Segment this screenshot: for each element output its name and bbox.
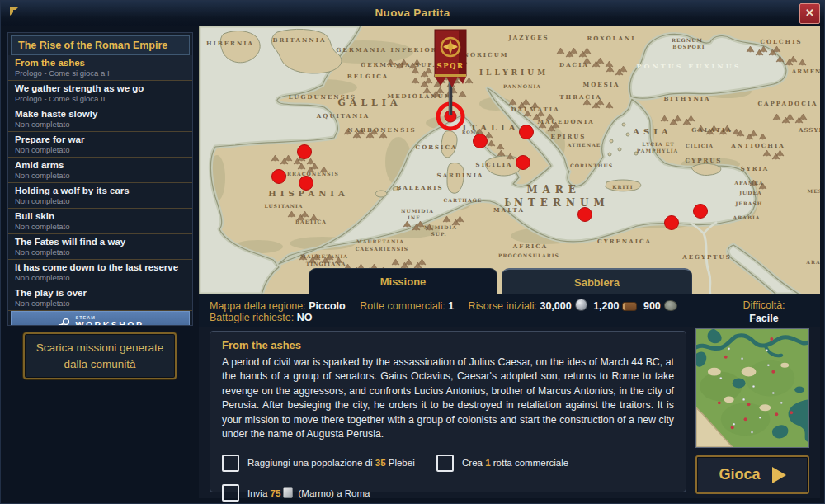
svg-text:BOSPORI: BOSPORI xyxy=(672,44,705,49)
objective-checkbox[interactable] xyxy=(222,455,239,472)
world-map[interactable]: HIBERNIABRITANNIAGERMANIA INFERIORGERMAN… xyxy=(199,26,820,294)
svg-text:AEGYPTUS: AEGYPTUS xyxy=(681,253,731,261)
svg-text:CYRENAICA: CYRENAICA xyxy=(597,238,652,245)
play-button[interactable]: Gioca xyxy=(695,455,809,494)
coin-icon xyxy=(575,299,587,311)
svg-text:ROMA: ROMA xyxy=(462,130,480,134)
sidebar-item-mission-8[interactable]: It has come down to the last reserve Non… xyxy=(8,260,192,285)
steam-icon xyxy=(57,318,71,327)
close-icon[interactable]: ✕ xyxy=(799,3,820,24)
mission-marker[interactable] xyxy=(578,208,592,222)
mission-title: From the ashes xyxy=(15,57,186,68)
svg-text:BITHYNIA: BITHYNIA xyxy=(663,95,710,102)
mission-detail-area: From the ashes A period of civil war is … xyxy=(199,327,820,498)
objective-send-marble: Invia 75 (Marmo) a Roma xyxy=(222,484,436,502)
svg-text:GALATIA: GALATIA xyxy=(691,126,732,134)
svg-text:LUSITANIA: LUSITANIA xyxy=(264,203,303,209)
svg-text:MEDIOLANUM: MEDIOLANUM xyxy=(387,92,452,100)
marble-icon xyxy=(283,487,293,498)
svg-text:INF.: INF. xyxy=(408,214,422,220)
objective-checkbox[interactable] xyxy=(436,455,454,472)
svg-text:DALMATIA: DALMATIA xyxy=(511,106,559,113)
sidebar-item-mission-9[interactable]: The play is over Non completato xyxy=(8,285,192,311)
sidebar-item-mission-0[interactable]: From the ashes Prologo - Come si gioca a… xyxy=(8,55,192,81)
mission-info-bar: Mappa della regione: Piccolo Rotte comme… xyxy=(199,294,820,327)
sidebar-item-mission-5[interactable]: Holding a wolf by its ears Non completat… xyxy=(8,183,192,209)
mission-marker[interactable] xyxy=(474,134,488,148)
svg-text:NUMIDIA: NUMIDIA xyxy=(401,208,434,214)
svg-text:MOESIA: MOESIA xyxy=(583,81,620,88)
sidebar-item-mission-1[interactable]: We gather strength as we go Prologo - Co… xyxy=(8,81,192,106)
objective-checkbox[interactable] xyxy=(222,484,239,502)
svg-text:BRITANNIA: BRITANNIA xyxy=(273,36,327,44)
svg-text:COLCHIS: COLCHIS xyxy=(760,38,802,45)
svg-text:PONTUS EUXINUS: PONTUS EUXINUS xyxy=(637,62,742,70)
svg-text:PAMPHYLIA: PAMPHYLIA xyxy=(637,148,679,153)
mission-marker[interactable] xyxy=(298,145,312,159)
stone-icon xyxy=(664,300,677,311)
mission-marker[interactable] xyxy=(520,125,534,139)
title-bar: Nuova Partita ✕ xyxy=(1,1,824,26)
sidebar-item-mission-7[interactable]: The Fates will find a way Non completato xyxy=(8,234,192,260)
mission-subtitle: Prologo - Come si gioca a I xyxy=(15,68,186,78)
battles-value: NO xyxy=(297,312,313,323)
svg-text:GERMANIA INFERIOR: GERMANIA INFERIOR xyxy=(337,46,438,54)
svg-text:JERASH: JERASH xyxy=(734,200,762,207)
difficulty-value: Facile xyxy=(710,312,818,325)
svg-text:REGNUM: REGNUM xyxy=(672,37,703,43)
mission-marker[interactable] xyxy=(665,216,679,230)
mission-marker[interactable] xyxy=(272,170,286,184)
resource-coin-amount: 30,000 xyxy=(540,300,571,312)
svg-text:AFRICA: AFRICA xyxy=(512,243,549,250)
mission-description: A period of civil war is sparked by the … xyxy=(222,356,674,442)
objective-population: Raggiungi una popolazione di 35 Plebei xyxy=(222,455,436,472)
svg-text:ASSYRIA: ASSYRIA xyxy=(798,126,820,134)
campaign-title: The Rise of the Roman Empire xyxy=(11,35,190,55)
tab-missione[interactable]: Missione xyxy=(309,268,497,294)
svg-text:NUMIDIA: NUMIDIA xyxy=(424,224,457,230)
mission-marker[interactable] xyxy=(694,205,708,219)
svg-text:MARE: MARE xyxy=(526,184,581,195)
sidebar-item-mission-2[interactable]: Make haste slowly Non completato xyxy=(8,106,192,132)
svg-text:JAZYGES: JAZYGES xyxy=(507,34,549,41)
difficulty-label: Difficoltà: xyxy=(710,299,818,312)
svg-text:KRITI: KRITI xyxy=(612,184,633,190)
sidebar-item-mission-4[interactable]: Amid arms Non completato xyxy=(8,158,192,183)
region-label: Mappa della regione: xyxy=(210,300,306,312)
svg-text:DACIA: DACIA xyxy=(559,61,589,68)
svg-text:ARABIA: ARABIA xyxy=(733,214,761,220)
sidebar-item-mission-6[interactable]: Bull skin Non completato xyxy=(8,209,192,234)
svg-text:CILICIA: CILICIA xyxy=(686,143,714,148)
mission-marker[interactable] xyxy=(516,156,530,170)
svg-text:BELGICA: BELGICA xyxy=(347,73,389,80)
svg-text:INTERNUM: INTERNUM xyxy=(504,197,609,209)
svg-text:TINGITANA: TINGITANA xyxy=(306,261,346,266)
trade-routes-label: Rotte commerciali: xyxy=(360,300,446,312)
svg-text:SARDINIA: SARDINIA xyxy=(437,172,484,179)
svg-text:BALEARIS: BALEARIS xyxy=(396,184,443,191)
svg-text:GERMANIA SUP.: GERMANIA SUP. xyxy=(361,61,436,68)
wood-icon xyxy=(622,302,637,311)
svg-text:LYCIA ET: LYCIA ET xyxy=(642,141,674,147)
mission-marker[interactable] xyxy=(299,177,314,191)
svg-text:PANNONIA: PANNONIA xyxy=(503,83,541,89)
svg-text:SYRIA: SYRIA xyxy=(741,165,770,172)
svg-text:SUP.: SUP. xyxy=(431,231,446,237)
sidebar-item-mission-3[interactable]: Prepare for war Non completato xyxy=(8,132,192,158)
difficulty-box: Difficoltà: Facile xyxy=(710,299,818,325)
svg-text:NORICUM: NORICUM xyxy=(463,51,508,59)
window-title: Nuova Partita xyxy=(1,7,824,19)
svg-text:NARBONENSIS: NARBONENSIS xyxy=(347,126,416,134)
minimap-preview xyxy=(695,328,809,448)
tab-sabbiera[interactable]: Sabbiera xyxy=(502,268,692,294)
play-button-label: Gioca xyxy=(719,466,760,483)
download-community-missions-button[interactable]: Scarica missioni generate dalla comunità xyxy=(23,332,177,379)
svg-text:CAPPADOCIA: CAPPADOCIA xyxy=(758,100,818,107)
mission-description-panel: From the ashes A period of civil war is … xyxy=(210,331,686,492)
steam-workshop-button[interactable]: STEAM WORKSHOP xyxy=(11,311,190,326)
svg-text:ILLYRIUM: ILLYRIUM xyxy=(479,68,549,77)
svg-text:ROXOLANI: ROXOLANI xyxy=(587,35,635,42)
region-value: Piccolo xyxy=(309,300,345,312)
svg-text:APAMEA: APAMEA xyxy=(733,180,763,186)
svg-text:TARRACONENSIS: TARRACONENSIS xyxy=(278,171,338,177)
